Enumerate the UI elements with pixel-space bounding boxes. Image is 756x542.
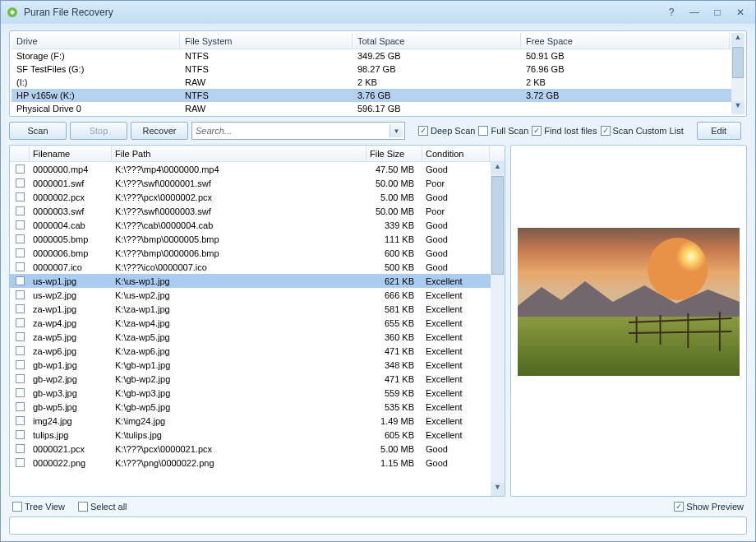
file-checkbox[interactable] bbox=[16, 164, 25, 174]
scroll-down-icon[interactable]: ▼ bbox=[731, 101, 744, 114]
minimize-button[interactable]: — bbox=[685, 6, 704, 19]
file-checkbox[interactable] bbox=[16, 388, 25, 397]
tree-view-checkbox[interactable]: Tree View bbox=[12, 502, 65, 512]
file-row[interactable]: img24.jpgK:\img24.jpg1.49 MBExcellent bbox=[10, 414, 505, 428]
dropdown-icon[interactable]: ▼ bbox=[390, 124, 403, 137]
scan-custom-list-checkbox[interactable]: ✓Scan Custom List bbox=[601, 126, 684, 136]
drive-list-header: Drive File System Total Space Free Space bbox=[12, 33, 744, 49]
edit-button[interactable]: Edit bbox=[697, 122, 741, 140]
file-checkbox[interactable] bbox=[16, 290, 25, 299]
file-checkbox[interactable] bbox=[16, 416, 25, 425]
drive-row[interactable]: Physical Drive 0RAW596.17 GB bbox=[12, 102, 744, 113]
search-input[interactable]: Search... ▼ bbox=[191, 122, 405, 140]
file-row[interactable]: 0000004.cabK:\???\cab\0000004.cab339 KBG… bbox=[10, 218, 505, 232]
file-row[interactable]: 0000001.swfK:\???\swf\0000001.swf50.00 M… bbox=[10, 176, 505, 190]
titlebar: Puran File Recovery ? — □ ✕ bbox=[1, 1, 755, 24]
file-checkbox[interactable] bbox=[16, 304, 25, 313]
help-button[interactable]: ? bbox=[662, 6, 681, 19]
file-checkbox[interactable] bbox=[16, 220, 25, 229]
bottom-options-bar: Tree View Select all ✓Show Preview bbox=[9, 500, 747, 513]
drive-row[interactable]: (I:)RAW2 KB2 KB bbox=[12, 76, 744, 89]
file-checkbox[interactable] bbox=[16, 402, 25, 411]
file-checkbox[interactable] bbox=[16, 262, 25, 271]
file-row[interactable]: za-wp4.jpgK:\za-wp4.jpg655 KBExcellent bbox=[10, 316, 505, 330]
scroll-thumb[interactable] bbox=[732, 47, 744, 78]
stop-button[interactable]: Stop bbox=[70, 122, 127, 140]
file-row[interactable]: gb-wp3.jpgK:\gb-wp3.jpg559 KBExcellent bbox=[10, 386, 505, 400]
svg-rect-3 bbox=[518, 317, 740, 376]
file-row[interactable]: us-wp2.jpgK:\us-wp2.jpg666 KBExcellent bbox=[10, 288, 505, 302]
file-row[interactable]: 0000003.swfK:\???\swf\0000003.swf50.00 M… bbox=[10, 204, 505, 218]
status-bar bbox=[9, 517, 747, 535]
select-all-checkbox[interactable]: Select all bbox=[78, 502, 127, 512]
scroll-up-icon[interactable]: ▲ bbox=[731, 33, 744, 46]
file-checkbox[interactable] bbox=[16, 430, 25, 439]
drive-list-panel: Drive File System Total Space Free Space… bbox=[9, 30, 747, 117]
file-list-panel: Filename File Path File Size Condition 0… bbox=[9, 145, 505, 497]
scroll-up-icon[interactable]: ▲ bbox=[491, 162, 505, 175]
file-scrollbar[interactable]: ▲ ▼ bbox=[491, 162, 505, 496]
drive-row[interactable]: SF TestFiles (G:)NTFS98.27 GB76.96 GB bbox=[12, 63, 744, 76]
file-checkbox[interactable] bbox=[16, 248, 25, 257]
drive-scrollbar[interactable]: ▲ ▼ bbox=[731, 33, 744, 114]
drive-row[interactable]: Storage (F:)NTFS349.25 GB50.91 GB bbox=[12, 49, 744, 63]
preview-panel bbox=[510, 145, 747, 497]
file-row[interactable]: gb-wp1.jpgK:\gb-wp1.jpg348 KBExcellent bbox=[10, 358, 505, 372]
col-filename[interactable]: Filename bbox=[30, 146, 112, 161]
deep-scan-checkbox[interactable]: ✓Deep Scan bbox=[418, 126, 475, 136]
file-checkbox[interactable] bbox=[16, 234, 25, 243]
file-checkbox[interactable] bbox=[16, 374, 25, 383]
preview-image bbox=[518, 228, 740, 376]
close-button[interactable]: ✕ bbox=[731, 6, 750, 19]
scroll-thumb[interactable] bbox=[491, 176, 504, 275]
col-drive[interactable]: Drive bbox=[12, 33, 180, 49]
col-total-space[interactable]: Total Space bbox=[353, 33, 521, 49]
file-checkbox[interactable] bbox=[16, 346, 25, 355]
app-window: Puran File Recovery ? — □ ✕ Drive File S… bbox=[0, 0, 756, 542]
file-checkbox[interactable] bbox=[16, 178, 25, 188]
file-row[interactable]: za-wp6.jpgK:\za-wp6.jpg471 KBExcellent bbox=[10, 344, 505, 358]
window-title: Puran File Recovery bbox=[24, 7, 662, 18]
file-row[interactable]: 0000000.mp4K:\???\mp4\0000000.mp447.50 M… bbox=[10, 162, 505, 176]
file-checkbox[interactable] bbox=[16, 318, 25, 327]
file-row[interactable]: us-wp1.jpgK:\us-wp1.jpg621 KBExcellent bbox=[10, 274, 505, 288]
col-filepath[interactable]: File Path bbox=[112, 146, 366, 161]
file-checkbox[interactable] bbox=[16, 332, 25, 341]
search-placeholder: Search... bbox=[196, 126, 232, 136]
file-row[interactable]: 0000006.bmpK:\???\bmp\0000006.bmp600 KBG… bbox=[10, 246, 505, 260]
file-checkbox[interactable] bbox=[16, 276, 25, 285]
file-checkbox[interactable] bbox=[16, 192, 25, 202]
file-list-header: Filename File Path File Size Condition bbox=[10, 146, 505, 162]
col-free-space[interactable]: Free Space bbox=[521, 33, 730, 49]
col-condition[interactable]: Condition bbox=[422, 146, 490, 161]
file-row[interactable]: 0000007.icoK:\???\ico\0000007.ico500 KBG… bbox=[10, 260, 505, 274]
file-row[interactable]: 0000022.pngK:\???\png\0000022.png1.15 MB… bbox=[10, 456, 505, 470]
scroll-down-icon[interactable]: ▼ bbox=[491, 483, 505, 496]
toolbar: Scan Stop Recover Search... ▼ ✓Deep Scan… bbox=[9, 120, 747, 141]
file-checkbox[interactable] bbox=[16, 444, 25, 453]
file-row[interactable]: 0000021.pcxK:\???\pcx\0000021.pcx5.00 MB… bbox=[10, 442, 505, 456]
app-icon bbox=[6, 6, 19, 19]
file-row[interactable]: za-wp5.jpgK:\za-wp5.jpg360 KBExcellent bbox=[10, 330, 505, 344]
svg-point-2 bbox=[648, 238, 708, 300]
col-filesize[interactable]: File Size bbox=[366, 146, 422, 161]
find-lost-files-checkbox[interactable]: ✓Find lost files bbox=[532, 126, 597, 136]
col-filesystem[interactable]: File System bbox=[180, 33, 353, 49]
full-scan-checkbox[interactable]: Full Scan bbox=[478, 126, 528, 136]
file-row[interactable]: tulips.jpgK:\tulips.jpg605 KBExcellent bbox=[10, 428, 505, 442]
file-row[interactable]: 0000005.bmpK:\???\bmp\0000005.bmp111 KBG… bbox=[10, 232, 505, 246]
file-row[interactable]: gb-wp5.jpgK:\gb-wp5.jpg535 KBExcellent bbox=[10, 400, 505, 414]
file-checkbox[interactable] bbox=[16, 458, 25, 467]
file-checkbox[interactable] bbox=[16, 360, 25, 369]
file-checkbox[interactable] bbox=[16, 206, 25, 215]
drive-row[interactable]: HP v165w (K:)NTFS3.76 GB3.72 GB bbox=[12, 89, 744, 102]
maximize-button[interactable]: □ bbox=[708, 6, 727, 19]
file-row[interactable]: 0000002.pcxK:\???\pcx\0000002.pcx5.00 MB… bbox=[10, 190, 505, 204]
recover-button[interactable]: Recover bbox=[131, 122, 188, 140]
file-row[interactable]: za-wp1.jpgK:\za-wp1.jpg581 KBExcellent bbox=[10, 302, 505, 316]
file-row[interactable]: gb-wp2.jpgK:\gb-wp2.jpg471 KBExcellent bbox=[10, 372, 505, 386]
show-preview-checkbox[interactable]: ✓Show Preview bbox=[674, 502, 744, 512]
scan-button[interactable]: Scan bbox=[9, 122, 67, 140]
